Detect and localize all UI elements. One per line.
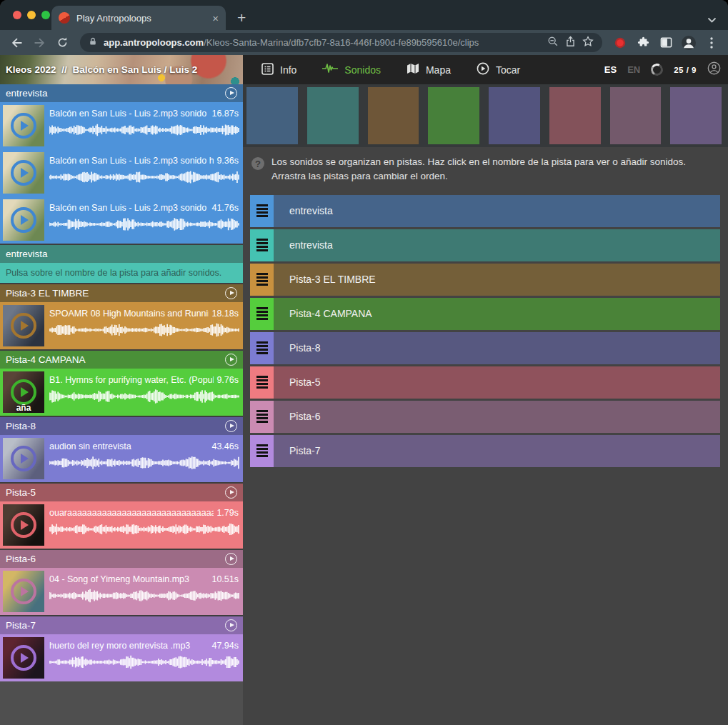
track-play-button[interactable] <box>225 287 237 299</box>
language-en-button[interactable]: EN <box>627 64 640 75</box>
zoom-out-icon[interactable] <box>547 36 559 50</box>
side-panel-icon[interactable] <box>657 34 675 52</box>
share-icon[interactable] <box>565 36 576 50</box>
back-button[interactable] <box>7 34 26 52</box>
track-name: Pista-5 <box>6 487 225 498</box>
clip-row[interactable]: SPOAMR 08 High Mountains and Running ...… <box>0 302 243 349</box>
clip-thumbnail: aña <box>3 371 44 413</box>
track-color-swatch <box>428 87 479 144</box>
track-row[interactable]: Pista-7 <box>250 435 720 467</box>
track-row[interactable]: entrevista <box>250 229 720 261</box>
track-row[interactable]: Pista-8 <box>250 332 720 364</box>
bookmark-star-icon[interactable] <box>582 36 594 50</box>
tab-sonidos[interactable]: Sonidos <box>322 63 381 76</box>
track-header[interactable]: Pista-4 CAMPANA <box>0 351 243 369</box>
clip-play-icon[interactable] <box>11 379 36 405</box>
tab-close-icon[interactable]: × <box>212 13 219 24</box>
hint-text: Los sonidos se organizan en pistas. Haz … <box>271 155 719 184</box>
antropoloops-favicon-icon <box>59 12 70 24</box>
track-header[interactable]: entrevista <box>0 84 243 102</box>
track-play-button[interactable] <box>225 486 237 499</box>
browser-window: Play Antropoloops × + app.antropoloops.c… <box>0 0 728 725</box>
browser-profile-avatar[interactable] <box>679 34 698 52</box>
clip-duration: 18.18s <box>211 309 240 319</box>
track-row-label: Pista-7 <box>274 435 720 467</box>
breadcrumb: Kleos 2022 // Balcón en San Luis / Luis … <box>6 64 197 75</box>
minimize-window-button[interactable] <box>27 11 36 19</box>
drag-handle[interactable] <box>250 435 274 467</box>
drag-handle[interactable] <box>250 366 274 399</box>
clip-row[interactable]: añaB1. Hymns for purifying water, Etc. (… <box>0 369 243 416</box>
track-play-button[interactable] <box>225 354 237 366</box>
clip-play-icon[interactable] <box>11 113 36 139</box>
drag-handle[interactable] <box>250 229 274 261</box>
track-header[interactable]: Pista-7 <box>0 616 243 634</box>
track-row[interactable]: Pista-3 EL TIMBRE <box>250 264 720 296</box>
clip-text: ouaraaaaaaaaaaaaaaaaaaaaaaaaaaaaaaaaaaaa… <box>49 504 240 546</box>
clip-play-icon[interactable] <box>11 207 36 233</box>
track-play-button[interactable] <box>225 619 237 631</box>
clip-play-icon[interactable] <box>11 160 36 186</box>
account-icon[interactable] <box>707 61 721 78</box>
tab-tocar[interactable]: Tocar <box>477 62 520 77</box>
clip-thumbnail <box>3 105 44 146</box>
clip-row[interactable]: Balcón en San Luis - Luis 2.mp3 sonido h… <box>0 102 243 149</box>
track-play-button[interactable] <box>225 553 237 565</box>
load-counter: 25 / 9 <box>674 66 697 74</box>
clip-text: huerto del rey moro entrevista .mp347.94… <box>49 637 240 679</box>
clip-row[interactable]: Balcón en San Luis - Luis 2.mp3 sonido h… <box>0 149 243 196</box>
clip-play-icon[interactable] <box>11 579 36 604</box>
tocar-icon <box>477 62 489 77</box>
track-row[interactable]: Pista-6 <box>250 401 720 433</box>
clip-row[interactable]: Balcón en San Luis - Luis 2.mp3 sonido h… <box>0 196 243 244</box>
track-header[interactable]: Pista-8 <box>0 417 243 435</box>
clip-row[interactable]: huerto del rey moro entrevista .mp347.94… <box>0 634 243 681</box>
clip-play-icon[interactable] <box>11 313 36 339</box>
clip-title: audion sin entrevista <box>49 441 209 451</box>
drag-handle[interactable] <box>250 401 274 433</box>
zoom-window-button[interactable] <box>41 11 50 19</box>
language-es-button[interactable]: ES <box>604 64 617 75</box>
mapa-icon <box>407 63 419 76</box>
clip-title: Balcón en San Luis - Luis 2.mp3 sonido h… <box>49 156 214 166</box>
drag-handle[interactable] <box>250 332 274 364</box>
new-tab-button[interactable]: + <box>237 10 246 25</box>
drag-handle[interactable] <box>250 195 274 227</box>
tab-search-chevron-icon[interactable] <box>707 13 717 26</box>
drag-handle[interactable] <box>250 264 274 296</box>
clip-play-icon[interactable] <box>11 645 36 671</box>
track-header[interactable]: Pista-6 <box>0 550 243 568</box>
track-row[interactable]: Pista-4 CAMPANA <box>250 298 720 330</box>
track-row[interactable]: Pista-5 <box>250 366 720 399</box>
clip-row[interactable]: 04 - Song of Yimeng Mountain.mp310.51s <box>0 568 243 615</box>
url-bar[interactable]: app.antropoloops.com/Kleos-Santa-Marina/… <box>80 33 602 52</box>
tab-mapa[interactable]: Mapa <box>407 63 451 76</box>
forward-button[interactable] <box>30 34 49 52</box>
clip-row[interactable]: ouaraaaaaaaaaaaaaaaaaaaaaaaaaaaaaaaaaaaa… <box>0 501 243 549</box>
hint-row: ? Los sonidos se organizan en pistas. Ha… <box>243 147 728 190</box>
clip-title: B1. Hymns for purifying water, Etc. (Pop… <box>49 375 214 385</box>
tracks-sidebar: entrevistaBalcón en San Luis - Luis 2.mp… <box>0 84 243 725</box>
drag-handle[interactable] <box>250 298 274 330</box>
track-row-label: Pista-3 EL TIMBRE <box>274 264 720 296</box>
track-header[interactable]: entrevista <box>0 245 243 263</box>
track-play-button[interactable] <box>225 87 237 99</box>
close-window-button[interactable] <box>13 11 21 19</box>
track-row[interactable]: entrevista <box>250 195 720 227</box>
extensions-puzzle-icon[interactable] <box>634 34 652 52</box>
browser-tab[interactable]: Play Antropoloops × <box>51 6 226 30</box>
tab-info[interactable]: Info <box>261 63 296 77</box>
track-name: Pista-4 CAMPANA <box>6 354 225 365</box>
track-play-button[interactable] <box>225 420 237 432</box>
reload-button[interactable] <box>53 34 71 52</box>
clip-row[interactable]: audion sin entrevista43.46s <box>0 435 243 482</box>
record-extension-icon[interactable] <box>611 34 629 52</box>
tab-label: Info <box>280 64 296 76</box>
clip-play-icon[interactable] <box>11 446 36 471</box>
breadcrumb-project: Kleos 2022 <box>6 64 56 75</box>
track-header[interactable]: Pista-5 <box>0 484 243 501</box>
browser-menu-icon[interactable] <box>702 34 721 52</box>
clip-waveform <box>49 169 240 185</box>
clip-play-icon[interactable] <box>11 512 36 538</box>
track-header[interactable]: Pista-3 EL TIMBRE <box>0 284 243 302</box>
